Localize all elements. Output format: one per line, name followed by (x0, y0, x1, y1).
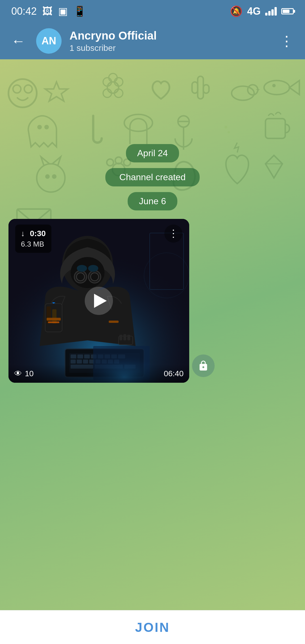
svg-rect-48 (52, 309, 56, 323)
svg-rect-47 (47, 306, 51, 323)
video-icon: ▣ (58, 5, 68, 17)
svg-point-44 (77, 265, 87, 272)
header: ← AN Ancryno Official 1 subscriber ⋮ (0, 23, 305, 59)
video-info: ↓ 0:30 6.3 MB (15, 225, 51, 253)
status-left: 00:42 🖼 ▣ 📱 (11, 5, 86, 17)
network-type: 4G (247, 5, 261, 17)
video-more-button[interactable]: ⋮ (164, 225, 182, 243)
download-icon: ↓ (21, 229, 25, 238)
channel-name: Ancryno Official (69, 29, 269, 42)
battery-icon (281, 8, 294, 14)
svg-point-42 (77, 273, 84, 281)
video-message[interactable]: ↓ 0:30 6.3 MB ⋮ (8, 219, 189, 383)
time-display: 00:42 (11, 5, 37, 17)
video-bottom-bar: 👁 10 06:40 (8, 364, 189, 383)
video-view-count: 👁 10 (14, 369, 34, 378)
video-top-bar: ↓ 0:30 6.3 MB ⋮ (8, 219, 189, 258)
image-icon: 🖼 (42, 5, 53, 17)
eye-icon: 👁 (14, 369, 22, 378)
join-button[interactable]: JOIN (135, 620, 170, 635)
video-timestamp: 06:40 (164, 369, 184, 378)
channel-created-badge: Channel created (105, 168, 200, 186)
back-button[interactable]: ← (8, 30, 28, 52)
svg-point-45 (88, 265, 98, 272)
signal-icon (265, 7, 277, 16)
svg-rect-57 (109, 321, 119, 323)
date-pill-april: April 24 (126, 144, 179, 162)
more-options-button[interactable]: ⋮ (277, 30, 297, 52)
avatar: AN (36, 28, 62, 54)
play-button[interactable] (85, 287, 113, 315)
phone-icon: 📱 (73, 5, 86, 17)
video-download-icon: ↓ 0:30 (21, 228, 46, 239)
svg-rect-50 (48, 321, 59, 323)
video-message-wrapper: ↓ 0:30 6.3 MB ⋮ (8, 219, 189, 383)
play-icon (94, 294, 107, 308)
bottom-bar: JOIN (0, 610, 305, 644)
subscriber-count: 1 subscriber (69, 43, 269, 53)
mute-icon: 🔕 (230, 5, 243, 17)
share-button[interactable] (192, 354, 215, 377)
battery-fill (283, 10, 289, 13)
svg-rect-49 (47, 318, 61, 321)
date-pill-june: June 6 (128, 192, 177, 210)
status-right: 🔕 4G (230, 5, 294, 17)
share-icon (198, 360, 209, 371)
svg-point-43 (91, 273, 99, 281)
header-info: Ancryno Official 1 subscriber (69, 29, 269, 53)
chat-area: April 24 Channel created June 6 ↓ 0:30 (0, 59, 305, 610)
video-duration: 0:30 (30, 229, 46, 238)
status-bar: 00:42 🖼 ▣ 📱 🔕 4G (0, 0, 305, 23)
chat-content: April 24 Channel created June 6 ↓ 0:30 (0, 59, 305, 610)
video-file-size: 6.3 MB (21, 239, 46, 249)
